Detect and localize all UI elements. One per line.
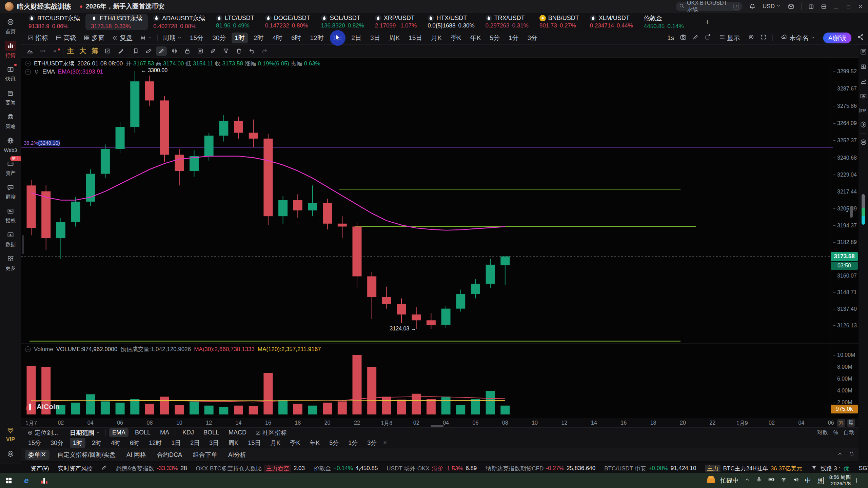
bottom-period-1时[interactable]: 1时 [70, 438, 85, 448]
minimize-button[interactable] [833, 4, 839, 9]
period-3分[interactable]: 3分 [525, 33, 541, 43]
resolution-label[interactable]: 1s [667, 34, 674, 42]
drawtool-筹[interactable]: 筹 [90, 46, 100, 56]
drawtool-主[interactable]: 主 [65, 46, 76, 56]
bell-icon[interactable] [749, 3, 756, 10]
status-item[interactable]: USDT 场外-OKX溢价 -1.53%6.89 [387, 465, 477, 472]
bottom-period-30分[interactable]: 30分 [47, 438, 66, 448]
period-15分[interactable]: 15分 [187, 33, 206, 43]
period-5分[interactable]: 5分 [487, 33, 503, 43]
status-item[interactable]: BTC/USDT 币安+0.08%91,424.10 [604, 465, 696, 472]
period-12时[interactable]: 12时 [307, 33, 327, 43]
ticker-tab-ETH/USDT永续[interactable]: ETH/USDT永续3173.580.33% [85, 14, 148, 30]
close-button[interactable] [858, 4, 863, 9]
taskbar-aicoin-icon[interactable] [35, 473, 53, 488]
line-label[interactable]: 线路 3 : [821, 465, 840, 472]
close-period-row-icon[interactable]: × [383, 439, 387, 446]
collapse-icon[interactable] [25, 69, 31, 75]
price-axis[interactable]: 3299.523287.673275.863264.093252.373240.… [830, 58, 859, 418]
bottom-tab-组合下单[interactable]: 组合下单 [190, 450, 220, 460]
bottom-period-4时[interactable]: 4时 [108, 438, 123, 448]
toolbar-button-高级[interactable]: 高级 [53, 33, 79, 43]
drawtool-candle-icon[interactable] [169, 46, 180, 56]
period-1日[interactable]: 1日 [330, 33, 346, 43]
indicator-BOLL[interactable]: BOLL [132, 428, 154, 437]
chip-筹[interactable]: 筹 [837, 419, 845, 427]
period-1分[interactable]: 1分 [506, 33, 522, 43]
horizontal-scrollbar[interactable] [431, 425, 443, 427]
drawtool-undo-icon[interactable] [246, 46, 257, 56]
candle-style-button[interactable] [138, 34, 155, 42]
bottom-period-3日[interactable]: 3日 [206, 438, 222, 448]
bottom-period-季K[interactable]: 季K [287, 438, 303, 448]
microphone-icon[interactable] [756, 476, 762, 485]
ime-indicator[interactable]: 中 [805, 476, 811, 485]
drawtool-dots-icon[interactable] [50, 46, 61, 56]
fib-level-label[interactable]: 38.2%(3248.10) [24, 140, 60, 146]
speaker-icon[interactable] [793, 476, 799, 485]
bottom-period-12时[interactable]: 12时 [146, 438, 165, 448]
notification-center-icon[interactable] [856, 478, 863, 483]
ticker-tab-LTC/USDT[interactable]: LTC/USDT81.960.49% [211, 14, 260, 30]
drawtool-pencil-icon[interactable] [156, 46, 167, 56]
indicator-MA[interactable]: MA [157, 428, 172, 437]
add-panel-icon[interactable] [705, 34, 711, 42]
period-30分[interactable]: 30分 [209, 33, 229, 43]
drawtool-brush-icon[interactable] [115, 46, 126, 56]
ticker-tab-XRP/USDT[interactable]: XRP/USDT2.17099-1.07% [370, 14, 422, 30]
layout-save-button[interactable]: 未命名 [778, 33, 817, 43]
sidebar-item-home[interactable]: 首页 [4, 17, 17, 35]
bottom-period-周K[interactable]: 周K [225, 438, 241, 448]
drawtool-funnel-icon[interactable] [220, 46, 231, 56]
etf-icon[interactable]: ETF [860, 108, 867, 113]
camera-icon[interactable] [680, 34, 687, 42]
toolbar-button-指标[interactable]: 指标 [25, 33, 51, 43]
battery-icon[interactable] [768, 476, 775, 485]
add-ticker-button[interactable]: + [705, 17, 710, 27]
bottom-period-15日[interactable]: 15日 [245, 438, 264, 448]
period-年K[interactable]: 年K [467, 33, 484, 43]
left-panel-handle[interactable] [22, 235, 24, 254]
ticker-tab-DOGE/USDT[interactable]: DOGE/USDT0.1472320.80% [260, 14, 316, 30]
wifi-icon[interactable] [781, 476, 787, 485]
community-indicators-button[interactable]: 社区指标 [253, 428, 289, 438]
drawtool-paperclip-icon[interactable] [208, 46, 218, 56]
axis-option-对数[interactable]: 对数 [817, 429, 828, 436]
currency-select[interactable]: USD [763, 3, 781, 10]
sidebar-item-headlines[interactable]: 要闻 [4, 88, 17, 106]
avatar[interactable] [5, 2, 14, 11]
dollar-panel-icon[interactable] [860, 63, 867, 70]
indicator-EMA[interactable]: EMA [109, 428, 129, 437]
period-4时[interactable]: 4时 [269, 33, 285, 43]
sub-indicator-BOLL[interactable]: BOLL [200, 428, 222, 437]
bottom-tab-AI分析[interactable]: AI分析 [225, 450, 249, 460]
ticker-tab-BNB/USDT[interactable]: BNB/USDT901.730.27% [534, 14, 585, 30]
locate-button[interactable]: 定位到... [25, 428, 60, 438]
period-6时[interactable]: 6时 [288, 33, 304, 43]
drawtool-mountain-icon[interactable] [24, 46, 35, 56]
drawtool-note-icon[interactable] [195, 46, 205, 56]
asset-label[interactable]: 资产(¥) [31, 465, 49, 472]
drawtool-ruler-icon[interactable] [143, 46, 154, 56]
collapse-panel-icon[interactable] [837, 451, 843, 458]
tray-expand-icon[interactable] [745, 477, 750, 484]
mail-icon[interactable] [788, 3, 794, 10]
risk-label[interactable]: 实时资产风控 [58, 465, 93, 472]
bottom-period-月K[interactable]: 月K [267, 438, 283, 448]
ticker-tab-XLM/USDT[interactable]: XLM/USDT0.2347140.44% [585, 14, 638, 30]
axis-option-%[interactable]: % [833, 430, 838, 436]
status-item[interactable]: 恐慌&贪婪指数-33.33%28 [116, 465, 187, 472]
ticker-tab-TRX/USDT[interactable]: TRX/USDT0.2972630.31% [480, 14, 534, 30]
maximize-button[interactable] [846, 4, 851, 9]
period-15日[interactable]: 15日 [406, 33, 425, 43]
bottom-tab-自定义指标/回测/实盘[interactable]: 自定义指标/回测/实盘 [54, 450, 119, 460]
alert-bell-icon[interactable] [849, 451, 854, 459]
search-input[interactable]: OKX BTC/USDT 永续 / [676, 2, 742, 11]
sidebar-item-group-chat[interactable]: 群聊 [4, 182, 17, 200]
chip-爆[interactable]: 爆 [847, 419, 855, 427]
period-2日[interactable]: 2日 [348, 33, 364, 43]
sidebar-item-authorize[interactable]: 授权 [4, 206, 17, 224]
layout-panel-icon[interactable] [808, 4, 814, 9]
bottom-period-15分[interactable]: 15分 [25, 438, 44, 448]
bottom-tab-合约DCA[interactable]: 合约DCA [154, 450, 185, 460]
